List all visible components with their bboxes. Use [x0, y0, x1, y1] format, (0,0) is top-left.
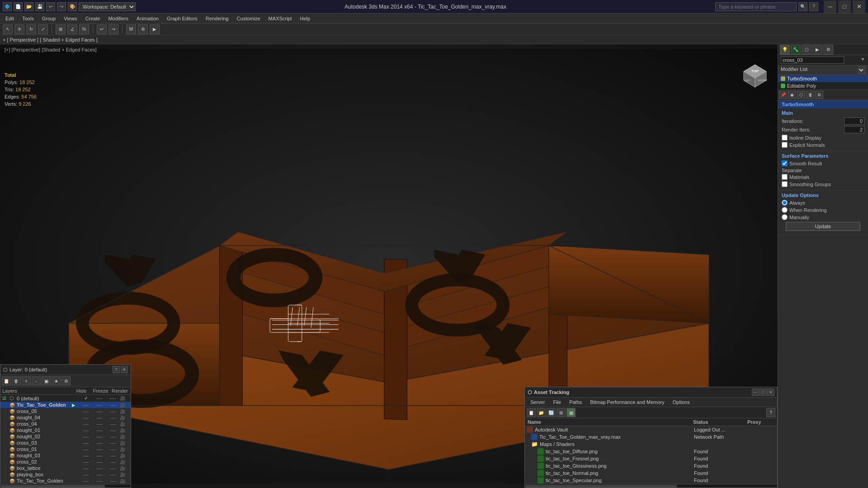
- iterations-input[interactable]: [844, 117, 864, 125]
- asset-tool-grid[interactable]: ▦: [566, 408, 576, 417]
- menu-views[interactable]: Views: [60, 15, 80, 22]
- open-btn[interactable]: 📂: [24, 2, 33, 11]
- snap-toggle[interactable]: ⊞: [56, 24, 66, 34]
- asset-tool-4[interactable]: ⊞: [557, 408, 566, 417]
- menu-customize[interactable]: Customize: [233, 15, 264, 22]
- angle-snap[interactable]: ∠: [67, 24, 77, 34]
- material-editor[interactable]: M: [126, 24, 136, 34]
- smoothing-groups-checkbox[interactable]: [782, 181, 788, 187]
- isoline-display-checkbox[interactable]: [782, 135, 788, 141]
- asset-menu-file[interactable]: File: [549, 399, 565, 406]
- materials-checkbox[interactable]: [782, 174, 788, 180]
- smooth-result-checkbox[interactable]: [782, 160, 788, 166]
- asset-glossiness[interactable]: tic_tac_toe_Glossiness.png Found: [525, 462, 777, 469]
- asset-menu-paths[interactable]: Paths: [566, 399, 585, 406]
- layer-row-nought02[interactable]: 📦 nought_02 ---- ---- ---- 🎥: [0, 433, 131, 440]
- menu-group[interactable]: Group: [38, 15, 60, 22]
- search-input[interactable]: [715, 2, 797, 11]
- menu-maxscript[interactable]: MAXScript: [265, 15, 296, 22]
- menu-animation[interactable]: Animation: [133, 15, 162, 22]
- layer-row-cross02[interactable]: 📦 cross_02 ---- ---- ---- 🎥: [0, 459, 131, 465]
- asset-restore-btn[interactable]: □: [760, 389, 767, 396]
- update-button[interactable]: Update: [786, 222, 860, 231]
- display-tab[interactable]: 💡: [780, 45, 790, 55]
- asset-tool-help[interactable]: ?: [766, 408, 775, 417]
- layer-row-playing-box[interactable]: 📦 playing_box ---- ---- ---- 🎥: [0, 471, 131, 478]
- layer-row-tic-golden2[interactable]: 📦 Tic_Tac_Toe_Golden ---- ---- ---- 🎥: [0, 478, 131, 484]
- asset-max-file[interactable]: Tic_Tac_Toe_Golden_max_vray.max Network …: [525, 433, 777, 441]
- remove-modifier-btn[interactable]: 🗑: [806, 91, 814, 99]
- asset-vault[interactable]: Autodesk Vault Logged Out ...: [525, 426, 777, 433]
- layer-row-nought04[interactable]: 📦 nought_04 ---- ---- ---- 🎥: [0, 414, 131, 421]
- layer-row-tic-tac-toe[interactable]: 📦 Tic_Tac_Toe_Golden ▶ ---- ---- ---- 🎥: [0, 402, 131, 408]
- show-end-result-btn[interactable]: ◉: [788, 91, 796, 99]
- redo-toolbar[interactable]: ↪: [108, 24, 118, 34]
- asset-scrollbar[interactable]: [525, 484, 777, 488]
- layers-close-btn[interactable]: ✕: [121, 366, 128, 373]
- when-rendering-radio[interactable]: [782, 207, 788, 213]
- render-btn[interactable]: 🎨: [68, 2, 77, 11]
- undo-btn[interactable]: ↩: [46, 2, 55, 11]
- menu-edit[interactable]: Edit: [2, 15, 18, 22]
- asset-fresnel[interactable]: tic_tac_toe_Fresnel.png Found: [525, 455, 777, 462]
- asset-minimize-btn[interactable]: ─: [752, 389, 759, 396]
- always-radio[interactable]: [782, 200, 788, 206]
- menu-tools[interactable]: Tools: [19, 15, 38, 22]
- scale-tool[interactable]: ⤢: [38, 24, 48, 34]
- close-btn[interactable]: ✕: [853, 0, 865, 13]
- modifier-tab[interactable]: 🔧: [791, 45, 801, 55]
- motion-tab[interactable]: ▶: [812, 45, 822, 55]
- minimize-btn[interactable]: ─: [824, 0, 836, 13]
- modifier-turbosmooth[interactable]: TurboSmooth: [778, 75, 868, 82]
- layer-row-nought01[interactable]: 📦 nought_01 ---- ---- ---- 🎥: [0, 427, 131, 433]
- menu-create[interactable]: Create: [81, 15, 104, 22]
- layer-row-cross03[interactable]: 📦 cross_03 ---- ---- ---- 🎥: [0, 440, 131, 446]
- layer-row-nought03[interactable]: 📦 nought_03 ---- ---- ---- 🎥: [0, 452, 131, 459]
- asset-diffuse[interactable]: tic_tac_toe_Diffuse.png Found: [525, 448, 777, 455]
- asset-maps-folder[interactable]: 📁 Maps / Shaders: [525, 441, 777, 448]
- utility-tab[interactable]: ⚙: [823, 45, 833, 55]
- asset-tool-2[interactable]: 📁: [537, 408, 546, 417]
- modifier-list-dropdown[interactable]: [858, 66, 865, 74]
- menu-graph-editors[interactable]: Graph Editors: [163, 15, 201, 22]
- layer-row-default[interactable]: ☑ ⬡ 0 (default) ✓ ---- ---- 🎥: [0, 395, 131, 402]
- asset-tool-1[interactable]: 📋: [527, 408, 536, 417]
- asset-menu-options[interactable]: Options: [669, 399, 693, 406]
- object-name-input[interactable]: [781, 56, 844, 64]
- asset-specular[interactable]: tic_tac_toe_Specular.png Found: [525, 477, 777, 484]
- app-icon[interactable]: 🔷: [3, 2, 12, 11]
- menu-modifiers[interactable]: Modifiers: [104, 15, 132, 22]
- percent-snap[interactable]: %: [79, 24, 89, 34]
- layers-select-btn[interactable]: ▣: [42, 376, 51, 385]
- search-icon[interactable]: 🔍: [798, 2, 807, 11]
- menu-help[interactable]: Help: [297, 15, 314, 22]
- layer-row-cross01[interactable]: 📦 cross_01 ---- ---- ---- 🎥: [0, 446, 131, 452]
- redo-btn[interactable]: ↪: [57, 2, 66, 11]
- menu-rendering[interactable]: Rendering: [202, 15, 232, 22]
- select-tool[interactable]: ↖: [3, 24, 13, 34]
- layers-add-btn[interactable]: +: [22, 376, 31, 385]
- manually-radio[interactable]: [782, 214, 788, 220]
- render-setup[interactable]: ⚙: [138, 24, 148, 34]
- layer-row-box-lattice[interactable]: 📦 box_lattice ---- ---- ---- 🎥: [0, 465, 131, 471]
- layers-highlight-btn[interactable]: ★: [52, 376, 61, 385]
- layer-row-cross05[interactable]: 📦 cross_05 ---- ---- ---- 🎥: [0, 408, 131, 414]
- configure-modifier-btn[interactable]: ⚙: [815, 91, 823, 99]
- hierarchy-tab[interactable]: ⬡: [802, 45, 811, 55]
- layers-help-btn[interactable]: ?: [113, 366, 120, 373]
- make-unique-btn[interactable]: ⬡: [797, 91, 805, 99]
- render-iters-input[interactable]: [844, 126, 864, 133]
- workspace-select[interactable]: Workspace: Default: [79, 2, 136, 11]
- asset-tool-3[interactable]: 🔄: [547, 408, 556, 417]
- save-btn[interactable]: 💾: [35, 2, 44, 11]
- asset-menu-server[interactable]: Server: [527, 399, 548, 406]
- modifier-editable-poly[interactable]: Editable Poly: [778, 82, 868, 89]
- explicit-normals-checkbox[interactable]: [782, 142, 788, 148]
- asset-normal[interactable]: tic_tac_toe_Normal.png Found: [525, 469, 777, 477]
- layers-scrollbar[interactable]: [0, 484, 131, 488]
- new-btn[interactable]: 📄: [14, 2, 23, 11]
- perspective-cube[interactable]: TOP LEFT FRONT: [741, 62, 769, 89]
- layers-new-set-btn[interactable]: 📋: [2, 376, 11, 385]
- render-btn-toolbar[interactable]: ▶: [150, 24, 160, 34]
- help-btn[interactable]: ?: [809, 2, 818, 11]
